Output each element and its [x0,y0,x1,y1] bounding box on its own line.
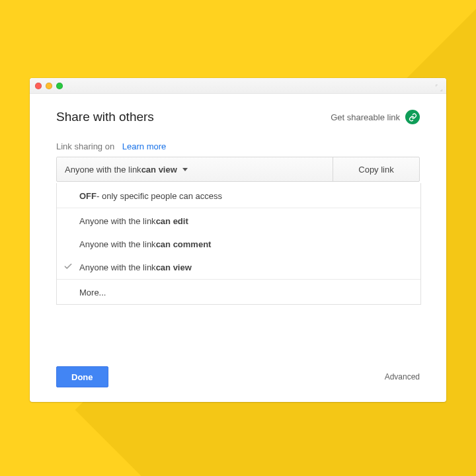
opt3-strong: can view [156,262,192,272]
dialog-footer: Done Advanced [56,366,420,387]
opt3-prefix: Anyone with the link [79,262,156,272]
advanced-link[interactable]: Advanced [385,372,420,381]
window-controls [35,83,63,89]
fullscreen-icon[interactable] [436,82,442,94]
minimize-window-icon[interactable] [46,83,52,89]
done-button[interactable]: Done [56,366,108,387]
check-icon [63,262,73,273]
chevron-down-icon [182,168,188,171]
copy-link-button[interactable]: Copy link [333,157,419,181]
dropdown-item-can-view[interactable]: Anyone with the link can view [57,256,420,279]
off-rest: - only specific people can access [97,191,222,201]
status-text: Link sharing on [56,141,114,151]
dialog-content: Share with others Get shareable link Lin… [30,94,446,402]
zoom-window-icon[interactable] [56,83,63,89]
permission-dropdown: OFF - only specific people can access An… [56,183,421,305]
get-shareable-link-button[interactable]: Get shareable link [331,110,420,124]
dialog-header: Share with others Get shareable link [56,110,420,124]
link-sharing-status: Link sharing on Learn more [56,141,420,151]
opt1-strong: can edit [156,216,188,226]
dialog-title: Share with others [56,110,154,124]
permission-bar: Anyone with the link can view Copy link [56,157,420,182]
permission-prefix: Anyone with the link [65,165,141,175]
opt2-strong: can comment [156,239,212,249]
permission-dropdown-trigger[interactable]: Anyone with the link can view [57,157,333,181]
close-window-icon[interactable] [35,83,42,89]
share-dialog-window: Share with others Get shareable link Lin… [30,78,446,402]
get-shareable-link-label: Get shareable link [331,112,400,122]
dropdown-item-can-comment[interactable]: Anyone with the link can comment [57,233,420,256]
titlebar [30,78,446,94]
link-icon [405,110,420,124]
dropdown-item-more[interactable]: More... [57,280,420,304]
off-strong: OFF [79,191,97,201]
learn-more-link[interactable]: Learn more [122,141,166,151]
opt1-prefix: Anyone with the link [79,216,156,226]
opt2-prefix: Anyone with the link [79,239,156,249]
dropdown-item-can-edit[interactable]: Anyone with the link can edit [57,208,420,233]
dropdown-item-off[interactable]: OFF - only specific people can access [57,183,420,208]
permission-strong: can view [141,165,177,175]
